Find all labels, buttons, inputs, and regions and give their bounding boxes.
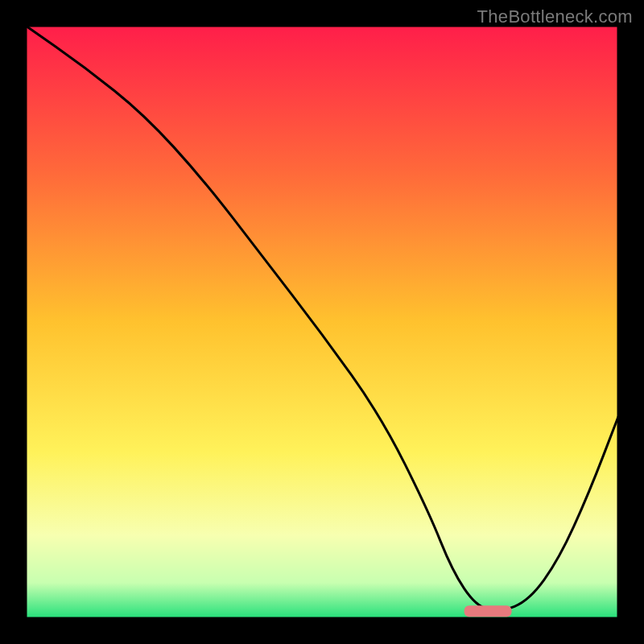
watermark-text: TheBottleneck.com <box>477 6 633 27</box>
optimal-marker <box>464 605 512 617</box>
bottleneck-chart <box>0 0 644 644</box>
plot-background <box>26 26 618 618</box>
chart-frame: TheBottleneck.com <box>0 0 644 644</box>
